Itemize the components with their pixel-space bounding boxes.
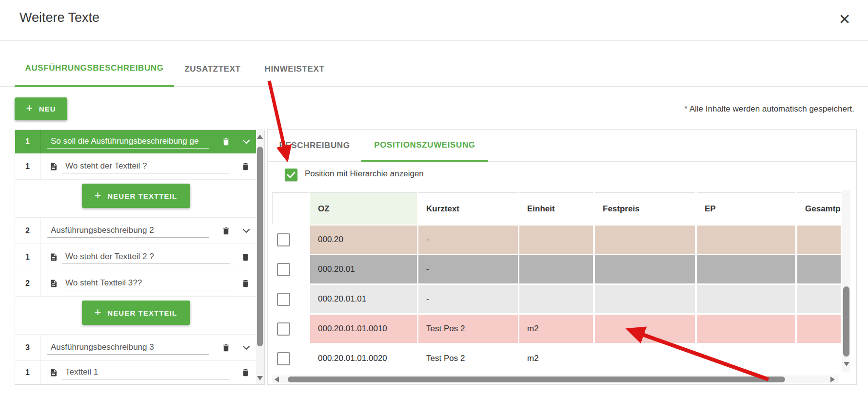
weitere-texte-dialog: Weitere Texte ✕ AUSFÜHRUNGSBESCHREIBUNG …: [0, 0, 868, 396]
delete-part-button[interactable]: [240, 161, 251, 172]
document-icon: [49, 162, 58, 171]
neuer-textteil-button[interactable]: +NEUER TEXTTEIL: [82, 184, 190, 208]
cell-oz: 000.20.01.01.0020: [310, 344, 417, 373]
text-part-row: 1Wo steht der Textteil ?: [15, 153, 256, 180]
row-checkbox[interactable]: [277, 293, 290, 306]
row-checkbox[interactable]: [277, 263, 290, 276]
cell-gesamtpreis: [797, 315, 841, 343]
scroll-left-icon[interactable]: [275, 377, 279, 382]
delete-part-button[interactable]: [240, 367, 251, 378]
part-number: 1: [15, 153, 40, 179]
delete-group-button[interactable]: [220, 342, 231, 353]
row-checkbox-cell: [272, 255, 309, 283]
tab-hinweistext[interactable]: HINWEISTEXT: [261, 51, 328, 87]
text-part-row: 1Textteil 1: [15, 361, 256, 384]
cell-festpreis: [595, 285, 695, 313]
column-header-kurztext: Kurztext: [418, 192, 518, 225]
header-divider: [0, 40, 868, 41]
column-header-festpreis: Festpreis: [595, 192, 695, 225]
text-part-row: 1Wo steht der Textteil 2 ?: [15, 244, 256, 270]
table-horizontal-scrollbar[interactable]: [272, 376, 839, 383]
collapse-group-button[interactable]: [241, 342, 252, 353]
cell-ep: [697, 344, 795, 373]
cell-einheit: [519, 285, 593, 313]
cell-kurztext: Test Pos 2: [418, 315, 518, 343]
delete-group-button[interactable]: [220, 136, 231, 147]
tab-zusatztext[interactable]: ZUSATZTEXT: [180, 51, 245, 87]
tab-ausfuehrungsbeschreibung[interactable]: AUSFÜHRUNGSBESCHREIBUNG: [15, 51, 174, 87]
cell-gesamtpreis: [797, 344, 841, 373]
row-checkbox-cell: [272, 226, 309, 254]
cell-oz: 000.20: [310, 226, 417, 254]
table-vertical-scrollbar[interactable]: [842, 190, 850, 385]
cell-ep: [697, 315, 795, 343]
neuer-textteil-button[interactable]: +NEUER TEXTTEIL: [82, 301, 190, 325]
part-number: 1: [15, 361, 40, 384]
neuer-textteil-label: NEUER TEXTTEIL: [107, 192, 177, 200]
text-group-row[interactable]: 2Ausführungsbeschreibung 2: [15, 218, 256, 244]
cell-oz: 000.20.01: [310, 255, 417, 283]
column-header-einheit: Einheit: [519, 192, 593, 225]
row-checkbox[interactable]: [277, 233, 290, 246]
part-number: 1: [15, 244, 40, 270]
scroll-up-icon[interactable]: [257, 134, 263, 139]
part-number: 2: [15, 270, 40, 296]
close-button[interactable]: ✕: [835, 10, 854, 29]
detail-panel: BESCHREIBUNG POSITIONSZUWEISUNG Position…: [267, 129, 857, 385]
table-hscrollbar-thumb[interactable]: [288, 377, 785, 382]
tab-label: HINWEISTEXT: [265, 64, 325, 74]
trash-icon: [241, 368, 250, 377]
cell-einheit: m2: [519, 315, 593, 343]
add-part-section: +NEUER TEXTTEIL: [15, 184, 256, 218]
part-text-input[interactable]: Wo steht der Textteil 2 ?: [62, 250, 230, 264]
detail-tab-bar: BESCHREIBUNG POSITIONSZUWEISUNG: [268, 130, 856, 162]
collapse-group-button[interactable]: [241, 136, 252, 147]
cell-ep: [697, 255, 795, 283]
group-title-input[interactable]: Ausführungsbeschreibung 3: [47, 341, 209, 355]
cell-festpreis: [595, 226, 695, 254]
cell-oz: 000.20.01.01.0010: [310, 315, 417, 343]
scroll-right-icon[interactable]: [830, 377, 835, 382]
scroll-down-icon[interactable]: [257, 376, 263, 380]
part-text-input[interactable]: Wo steht der Textteil ?: [62, 160, 230, 173]
new-button[interactable]: + NEU: [15, 97, 67, 120]
chevron-down-icon: [242, 345, 250, 350]
tab-label: POSITIONSZUWEISUNG: [374, 140, 475, 150]
trash-icon: [241, 162, 250, 171]
hierarchy-checkbox-label: Position mit Hierarchie anzeigen: [305, 169, 424, 179]
scroll-down-icon[interactable]: [844, 362, 849, 366]
part-text-input[interactable]: Textteil 1: [62, 366, 230, 379]
column-header-gesamtpreis: Gesamtpr: [797, 192, 841, 225]
cell-gesamtpreis: [797, 255, 841, 283]
cell-kurztext: -: [418, 285, 518, 313]
plus-icon: +: [95, 189, 102, 202]
document-icon: [49, 368, 58, 377]
cell-kurztext: -: [418, 226, 518, 254]
tab-beschreibung[interactable]: BESCHREIBUNG: [277, 130, 352, 162]
list-scrollbar[interactable]: [256, 130, 264, 384]
cell-kurztext: Test Pos 2: [418, 344, 518, 373]
row-checkbox[interactable]: [277, 352, 290, 365]
collapse-group-button[interactable]: [241, 226, 252, 236]
main-tab-bar: AUSFÜHRUNGSBESCHREIBUNG ZUSATZTEXT HINWE…: [0, 51, 868, 87]
group-title-input[interactable]: Ausführungsbeschreibung 2: [47, 224, 209, 238]
text-group-row[interactable]: 3Ausführungsbeschreibung 3: [15, 335, 256, 361]
text-group-row[interactable]: 1So soll die Ausführungsbeschreibung ge: [15, 130, 256, 153]
table-vscrollbar-thumb[interactable]: [843, 286, 849, 357]
delete-part-button[interactable]: [240, 278, 251, 289]
cell-einheit: [519, 255, 593, 283]
table-header-checkbox-column: [272, 192, 309, 225]
hierarchy-checkbox[interactable]: [285, 169, 297, 181]
delete-part-button[interactable]: [240, 252, 251, 263]
part-text-input[interactable]: Wo steht Textteil 3??: [62, 277, 230, 290]
list-scrollbar-thumb[interactable]: [257, 147, 263, 346]
column-header-ep: EP: [697, 192, 795, 225]
row-checkbox[interactable]: [277, 322, 290, 336]
tab-positionszuweisung[interactable]: POSITIONSZUWEISUNG: [361, 130, 488, 162]
cell-gesamtpreis: [797, 226, 841, 254]
plus-icon: +: [26, 102, 33, 115]
delete-group-button[interactable]: [220, 226, 231, 236]
new-button-label: NEU: [39, 105, 56, 113]
group-title-input[interactable]: So soll die Ausführungsbeschreibung ge: [47, 135, 209, 149]
trash-icon: [241, 279, 250, 288]
